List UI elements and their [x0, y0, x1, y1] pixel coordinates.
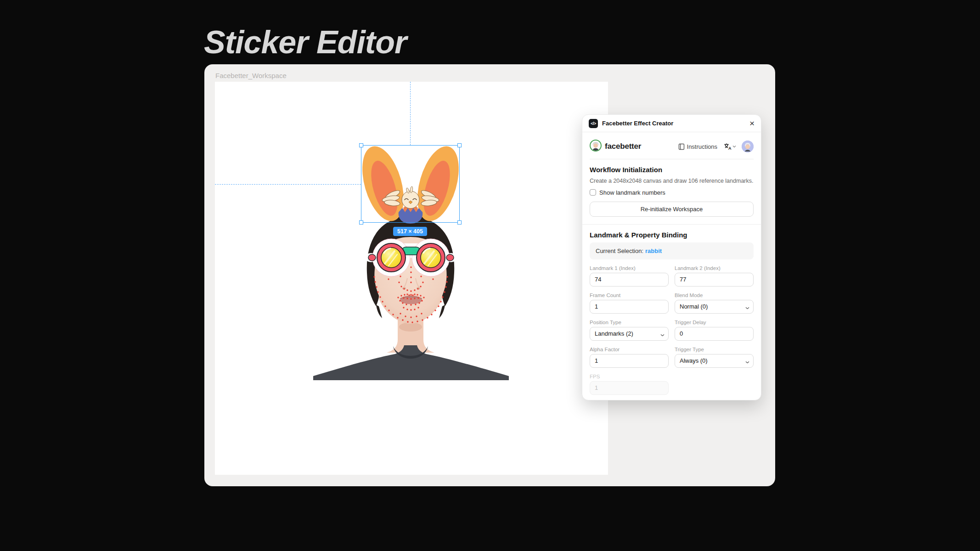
close-icon[interactable]: ×	[749, 119, 755, 128]
panel-window-title: Facebetter Effect Creator	[602, 120, 745, 127]
trigger-delay-input[interactable]	[675, 327, 754, 341]
facebetter-logo-icon	[590, 140, 602, 153]
field-fps: FPS	[590, 374, 669, 395]
workflow-heading: Workflow Initialization	[590, 166, 754, 174]
field-trigger-type: Trigger Type Always (0)	[675, 347, 754, 368]
field-position-type: Position Type Landmarks (2)	[590, 320, 669, 341]
selection-box[interactable]	[361, 145, 460, 223]
field-landmark-1: Landmark 1 (Index)	[590, 265, 669, 287]
field-trigger-delay: Trigger Delay	[675, 320, 754, 341]
current-selection-value: rabbit	[645, 247, 662, 254]
resize-handle-top-right[interactable]	[457, 143, 462, 147]
divider	[582, 224, 761, 225]
field-landmark-2: Landmark 2 (Index)	[675, 265, 754, 287]
page-title: Sticker Editor	[204, 24, 406, 61]
translate-icon: A	[724, 143, 732, 150]
alignment-guide-horizontal	[215, 184, 361, 185]
workflow-description: Create a 2048x2048 canvas and draw 106 r…	[590, 177, 754, 185]
instructions-link[interactable]: Instructions	[678, 143, 717, 150]
blend-mode-select[interactable]: Normal (0)	[675, 300, 754, 314]
canvas-artwork	[215, 82, 608, 475]
fps-input	[590, 381, 669, 395]
chevron-down-icon	[732, 145, 736, 148]
checkbox-label: Show landmark numbers	[599, 189, 665, 196]
page: Sticker Editor Facebetter_Workspace	[0, 0, 980, 551]
field-frame-count: Frame Count	[590, 292, 669, 314]
user-avatar[interactable]	[742, 141, 754, 152]
frame-count-input[interactable]	[590, 300, 669, 314]
panel-header: </> Facebetter Effect Creator ×	[582, 115, 761, 132]
resize-handle-top-left[interactable]	[359, 143, 363, 147]
alpha-factor-input[interactable]	[590, 354, 669, 368]
brand-row: facebetter Instructions A	[590, 138, 754, 159]
selection-size-badge: 517 × 405	[393, 227, 427, 236]
instructions-label: Instructions	[687, 143, 717, 150]
current-selection-label: Current Selection:	[596, 247, 643, 254]
trigger-type-select[interactable]: Always (0)	[675, 354, 754, 368]
field-blend-mode: Blend Mode Normal (0)	[675, 292, 754, 314]
book-icon	[678, 143, 685, 150]
resize-handle-bottom-left[interactable]	[359, 220, 363, 225]
landmark-2-input[interactable]	[675, 273, 754, 287]
brand-name: facebetter	[605, 142, 678, 151]
resize-handle-bottom-right[interactable]	[457, 220, 462, 225]
landmark-1-input[interactable]	[590, 273, 669, 287]
effect-creator-panel: </> Facebetter Effect Creator ×	[582, 114, 761, 400]
alignment-guide-vertical	[410, 82, 411, 145]
code-icon: </>	[589, 119, 598, 128]
binding-heading: Landmark & Property Binding	[590, 231, 754, 239]
current-selection-box: Current Selection:rabbit	[590, 242, 754, 259]
position-type-select[interactable]: Landmarks (2)	[590, 327, 669, 341]
field-alpha-factor: Alpha Factor	[590, 347, 669, 368]
svg-text:A: A	[728, 146, 732, 151]
workspace-label: Facebetter_Workspace	[215, 72, 287, 79]
language-switcher[interactable]: A	[724, 143, 736, 150]
editor-canvas[interactable]: 517 × 405	[215, 82, 608, 475]
show-landmark-numbers-checkbox[interactable]	[590, 189, 596, 196]
reinitialize-workspace-button[interactable]: Re-initialize Workspace	[590, 202, 754, 217]
